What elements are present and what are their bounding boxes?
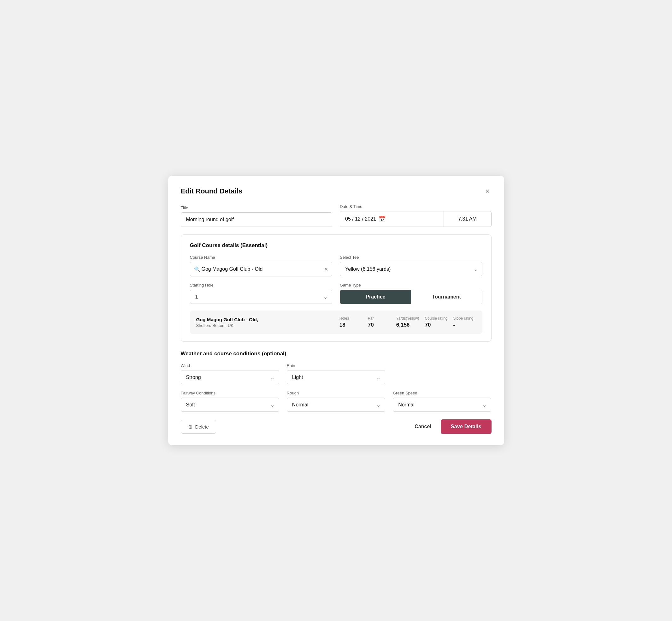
course-info-name: Gog Magog Golf Club - Old, Shelford Bott…	[196, 317, 334, 328]
slope-rating-value: -	[453, 322, 455, 328]
save-button[interactable]: Save Details	[441, 419, 492, 434]
search-icon: 🔍	[194, 266, 200, 272]
select-tee-dropdown[interactable]: Yellow (6,156 yards)	[340, 262, 482, 276]
course-rating-label: Course rating	[425, 316, 447, 321]
cancel-button[interactable]: Cancel	[411, 420, 434, 433]
weather-title: Weather and course conditions (optional)	[181, 350, 492, 357]
rain-label: Rain	[287, 363, 385, 368]
course-name-field-group: Course Name 🔍 ✕	[190, 255, 333, 277]
holes-value: 18	[339, 322, 345, 328]
weather-section: Weather and course conditions (optional)…	[181, 350, 492, 412]
course-name-input[interactable]	[190, 262, 333, 277]
course-name-label: Course Name	[190, 255, 333, 260]
starting-hole-game-type-row: Starting Hole 1 ⌄ Game Type Practice Tou…	[190, 283, 482, 304]
top-row: Title Date & Time 05 / 12 / 2021 📅 7:31 …	[181, 204, 492, 227]
wind-label: Wind	[181, 363, 279, 368]
green-speed-select-wrap: Normal ⌄	[393, 398, 491, 412]
rain-select-wrap: Light ⌄	[287, 370, 385, 384]
modal-title: Edit Round Details	[181, 187, 243, 195]
game-type-label: Game Type	[340, 283, 482, 287]
fairway-select-wrap: Soft ⌄	[181, 398, 279, 412]
fairway-rough-green-row: Fairway Conditions Soft ⌄ Rough Normal ⌄	[181, 391, 492, 412]
datetime-label: Date & Time	[340, 204, 492, 209]
title-field-group: Title	[181, 205, 333, 227]
starting-hole-dropdown[interactable]: 1	[190, 290, 333, 304]
holes-stat: Holes 18	[334, 316, 362, 328]
starting-hole-field-group: Starting Hole 1 ⌄	[190, 283, 333, 304]
green-speed-field-group: Green Speed Normal ⌄	[393, 391, 491, 412]
rough-label: Rough	[287, 391, 385, 396]
datetime-row: 05 / 12 / 2021 📅 7:31 AM	[340, 211, 492, 227]
wind-field-group: Wind Strong ⌄	[181, 363, 279, 384]
course-rating-stat: Course rating 70	[419, 316, 447, 328]
yards-stat: Yards(Yellow) 6,156	[390, 316, 419, 328]
edit-round-modal: Edit Round Details × Title Date & Time 0…	[168, 176, 504, 445]
close-button[interactable]: ×	[484, 187, 492, 195]
starting-hole-wrap: 1 ⌄	[190, 290, 333, 304]
modal-header: Edit Round Details ×	[181, 187, 492, 195]
course-name-input-wrap: 🔍 ✕	[190, 262, 333, 277]
time-part[interactable]: 7:31 AM	[444, 211, 491, 226]
yards-label: Yards(Yellow)	[396, 316, 419, 321]
green-speed-label: Green Speed	[393, 391, 491, 396]
wind-rain-row: Wind Strong ⌄ Rain Light ⌄	[181, 363, 492, 384]
fairway-field-group: Fairway Conditions Soft ⌄	[181, 391, 279, 412]
practice-button[interactable]: Practice	[340, 290, 411, 304]
golf-section-title: Golf Course details (Essential)	[190, 242, 482, 249]
rain-field-group: Rain Light ⌄	[287, 363, 385, 384]
course-main-name: Gog Magog Golf Club - Old,	[196, 317, 334, 322]
game-type-field-group: Game Type Practice Tournament	[340, 283, 482, 304]
delete-label: Delete	[195, 424, 209, 429]
select-tee-label: Select Tee	[340, 255, 482, 260]
select-tee-wrap: Yellow (6,156 yards) ⌄	[340, 262, 482, 276]
slope-rating-stat: Slope rating -	[448, 316, 476, 328]
course-name-tee-row: Course Name 🔍 ✕ Select Tee Yellow (6,156…	[190, 255, 482, 277]
wind-dropdown[interactable]: Strong	[181, 370, 279, 384]
date-part[interactable]: 05 / 12 / 2021 📅	[340, 211, 444, 226]
trash-icon: 🗑	[188, 424, 193, 429]
fairway-dropdown[interactable]: Soft	[181, 398, 279, 412]
title-label: Title	[181, 205, 333, 210]
starting-hole-label: Starting Hole	[190, 283, 333, 287]
rain-dropdown[interactable]: Light	[287, 370, 385, 384]
delete-button[interactable]: 🗑 Delete	[181, 420, 216, 433]
rough-dropdown[interactable]: Normal	[287, 398, 385, 412]
calendar-icon: 📅	[379, 215, 385, 222]
course-info-row: Gog Magog Golf Club - Old, Shelford Bott…	[190, 310, 482, 334]
time-value: 7:31 AM	[458, 216, 477, 222]
modal-footer: 🗑 Delete Cancel Save Details	[181, 419, 492, 434]
wind-select-wrap: Strong ⌄	[181, 370, 279, 384]
green-speed-dropdown[interactable]: Normal	[393, 398, 491, 412]
title-input[interactable]	[181, 212, 333, 227]
yards-value: 6,156	[396, 322, 410, 328]
course-rating-value: 70	[425, 322, 431, 328]
par-value: 70	[368, 322, 374, 328]
rough-select-wrap: Normal ⌄	[287, 398, 385, 412]
golf-course-section: Golf Course details (Essential) Course N…	[181, 235, 492, 342]
rough-field-group: Rough Normal ⌄	[287, 391, 385, 412]
footer-right: Cancel Save Details	[411, 419, 491, 434]
slope-rating-label: Slope rating	[453, 316, 473, 321]
clear-icon[interactable]: ✕	[324, 266, 328, 272]
course-location: Shelford Bottom, UK	[196, 323, 334, 328]
datetime-field-group: Date & Time 05 / 12 / 2021 📅 7:31 AM	[340, 204, 492, 227]
game-type-toggle: Practice Tournament	[340, 290, 482, 304]
select-tee-field-group: Select Tee Yellow (6,156 yards) ⌄	[340, 255, 482, 277]
fairway-label: Fairway Conditions	[181, 391, 279, 396]
par-stat: Par 70	[362, 316, 390, 328]
tournament-button[interactable]: Tournament	[411, 290, 482, 304]
date-value: 05 / 12 / 2021	[345, 216, 376, 222]
holes-label: Holes	[339, 316, 349, 321]
par-label: Par	[368, 316, 374, 321]
